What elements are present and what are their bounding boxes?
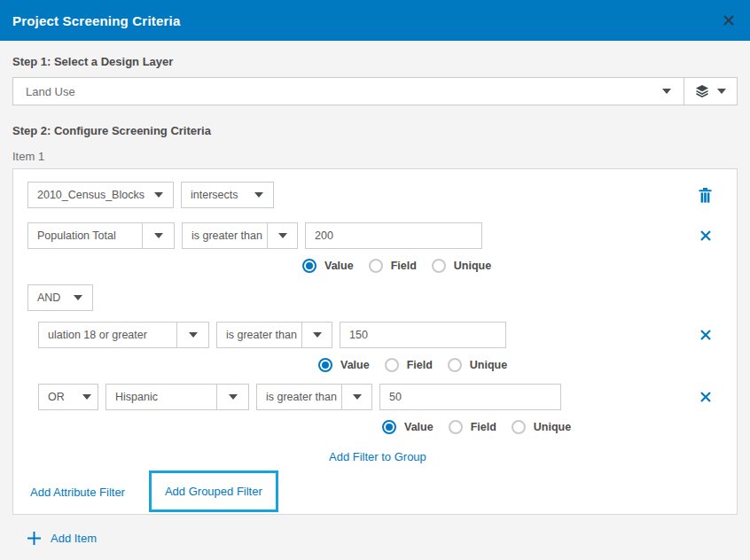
attribute-filter-row-1: Population Total is greater than	[27, 222, 724, 249]
x-icon	[699, 229, 712, 242]
design-layer-select[interactable]: Land Use	[12, 77, 738, 105]
filter2-radio-value[interactable]: Value	[318, 358, 370, 372]
radio-icon	[369, 259, 383, 273]
remove-filter2-button[interactable]	[699, 329, 712, 341]
chevron-down-icon	[64, 285, 92, 310]
filter1-value-input[interactable]	[305, 222, 482, 249]
filter1-radio-value[interactable]: Value	[302, 259, 354, 273]
design-layer-value: Land Use	[13, 85, 75, 98]
remove-filter3-button[interactable]	[699, 391, 712, 403]
radio-icon	[385, 358, 399, 372]
chevron-down-icon	[76, 385, 98, 409]
project-screening-criteria-dialog: Project Screening Criteria Step 1: Selec…	[0, 0, 750, 560]
spatial-relation-select[interactable]: intersects	[181, 182, 274, 208]
radio-icon	[382, 420, 396, 434]
filter1-radio-field[interactable]: Field	[369, 259, 417, 273]
item-footer-links: Add Attribute Filter Add Grouped Filter	[27, 471, 724, 514]
chevron-down-icon	[176, 323, 208, 347]
add-filter-to-group-link[interactable]: Add Filter to Group	[329, 450, 426, 463]
filter3-operator-select[interactable]: is greater than	[256, 384, 372, 410]
filter2-radio-field[interactable]: Field	[385, 358, 433, 372]
chevron-down-icon	[341, 385, 371, 409]
radio-icon	[432, 259, 446, 273]
layers-icon	[695, 84, 709, 98]
dialog-content: Step 1: Select a Design Layer Land Use S…	[0, 41, 750, 560]
radio-icon	[512, 420, 526, 434]
close-button[interactable]	[722, 13, 736, 27]
filter3-radio-field[interactable]: Field	[449, 420, 496, 434]
radio-icon	[448, 358, 462, 372]
delete-item-button[interactable]	[699, 188, 712, 203]
item-panel: 2010_Census_Blocks intersects	[12, 168, 738, 515]
filter3-value-type-radios: Value Field Unique	[382, 419, 724, 435]
radio-icon	[449, 420, 463, 434]
add-attribute-filter-link[interactable]: Add Attribute Filter	[30, 486, 125, 499]
filter1-radio-unique[interactable]: Unique	[432, 259, 491, 273]
x-icon	[699, 391, 712, 403]
filter2-operator-select[interactable]: is greater than	[216, 322, 332, 348]
group-logic-row: AND	[27, 284, 724, 311]
filter2-radio-unique[interactable]: Unique	[448, 358, 507, 372]
step2-label: Step 2: Configure Screening Criteria	[12, 124, 738, 137]
target-layer-row: 2010_Census_Blocks intersects	[27, 182, 724, 208]
chevron-down-icon	[142, 223, 174, 248]
chevron-down-icon	[216, 385, 248, 409]
dialog-header: Project Screening Criteria	[0, 0, 750, 41]
item-label: Item 1	[12, 150, 738, 163]
chevron-down-icon	[717, 89, 726, 94]
filter1-operator-select[interactable]: is greater than	[182, 222, 298, 249]
x-icon	[699, 329, 712, 341]
x-icon	[722, 13, 736, 27]
step1-label: Step 1: Select a Design Layer	[12, 55, 738, 68]
grouped-filter-row-1: ulation 18 or greater is greater than	[27, 322, 724, 348]
chevron-down-icon	[267, 223, 297, 248]
radio-icon	[318, 358, 332, 372]
filter3-value-input[interactable]	[379, 384, 561, 410]
add-item-button[interactable]: Add Item	[27, 531, 738, 546]
dialog-title: Project Screening Criteria	[12, 13, 180, 28]
filter1-field-select[interactable]: Population Total	[27, 222, 175, 249]
filter3-radio-unique[interactable]: Unique	[512, 420, 571, 434]
tutorial-highlight-box: Add Grouped Filter	[149, 471, 278, 512]
radio-icon	[302, 259, 316, 273]
filter3-radio-value[interactable]: Value	[382, 420, 434, 434]
chevron-down-icon	[301, 323, 332, 347]
remove-filter1-button[interactable]	[699, 229, 712, 242]
plus-icon	[27, 531, 42, 546]
target-layer-select[interactable]: 2010_Census_Blocks	[27, 182, 174, 208]
filter2-value-type-radios: Value Field Unique	[318, 357, 724, 373]
group-logic-select[interactable]: AND	[27, 284, 93, 311]
add-grouped-filter-link[interactable]: Add Grouped Filter	[165, 485, 262, 498]
filter3-logic-select[interactable]: OR	[38, 384, 98, 410]
add-filter-to-group-row: Add Filter to Group	[329, 449, 724, 464]
filter1-value-type-radios: Value Field Unique	[302, 258, 724, 274]
chevron-down-icon	[145, 183, 173, 207]
layer-options-button[interactable]	[684, 78, 737, 105]
filter3-field-select[interactable]: Hispanic	[105, 384, 249, 410]
filter2-field-select[interactable]: ulation 18 or greater	[38, 322, 209, 348]
chevron-down-icon	[245, 183, 273, 207]
add-item-label: Add Item	[51, 532, 97, 545]
chevron-down-icon	[650, 78, 684, 105]
grouped-filter-row-2: OR Hispanic is greater than	[27, 384, 724, 410]
trash-icon	[699, 188, 712, 203]
filter2-value-input[interactable]	[340, 322, 506, 348]
